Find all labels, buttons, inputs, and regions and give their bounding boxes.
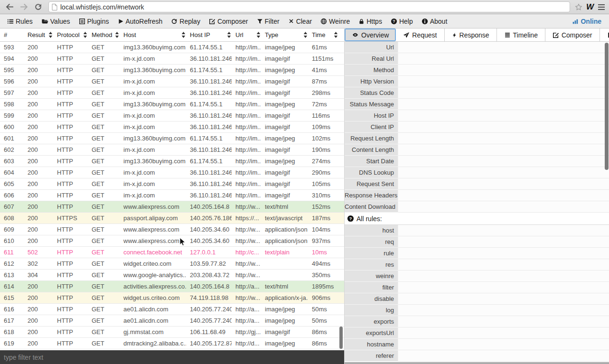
toolbar-item-clear[interactable]: Clear [284,14,316,28]
column-header-type[interactable]: Type [261,28,308,41]
network-row-598[interactable]: 598200HTTPGETimg13.360buyimg.com61.174.5… [0,99,344,110]
network-row-615[interactable]: 615200HTTPGETwidget.us.criteo.com74.119.… [0,292,344,304]
toolbar-item-plugins[interactable]: Plugins [75,14,113,28]
property-row-request-length: Request Length [345,133,609,144]
property-label: Client IP [345,121,398,133]
online-status[interactable]: Online [567,18,606,25]
detail-scrollbar-thumb[interactable] [605,43,609,170]
property-row-url: Url [345,42,609,53]
cell-type: image/jpeg [261,315,308,326]
tab-label: Timeline [513,31,538,39]
whistle-extension-icon[interactable]: W [586,3,594,11]
network-row-600[interactable]: 600200HTTPGETim-x.jd.com36.110.181.246ht… [0,121,344,133]
column-header-time[interactable]: Time [308,28,338,41]
network-row-599[interactable]: 599200HTTPGETim-x.jd.com36.110.181.246ht… [0,110,344,121]
cell-protocol: HTTP [53,247,88,258]
network-scrollbar-thumb[interactable] [339,327,343,349]
cell-type: text/html [261,201,308,212]
column-label: Url [235,31,244,38]
network-row-612[interactable]: 612302HTTPGETwidget.criteo.com103.59.77.… [0,258,344,270]
cell-time: 494ms [308,258,338,269]
toolbar-item-weinre[interactable]: Weinre [316,14,354,28]
cell-result: 200 [24,53,53,64]
column-header-url[interactable]: Url [232,28,261,41]
network-row-606[interactable]: 606200HTTPGETim-x.jd.com36.110.181.246ht… [0,190,344,201]
cell-host: widget.criteo.com [120,258,186,269]
column-header-result[interactable]: Result [24,28,53,41]
column-header-method[interactable]: Method [88,28,120,41]
tab-response[interactable]: Response [445,28,497,41]
network-row-593[interactable]: 593200HTTPGETimg13.360buyimg.com61.174.5… [0,42,344,53]
network-row-597[interactable]: 597200HTTPGETim-x.jd.com36.110.181.246ht… [0,87,344,99]
network-row-618[interactable]: 618200HTTPGETgj.mmstat.com106.11.68.49ht… [0,327,344,338]
cell-method: GET [88,178,120,189]
toolbar-item-https[interactable]: Https [354,14,386,28]
property-label: req [345,236,398,248]
network-row-604[interactable]: 604200HTTPGETim-x.jd.com36.110.181.246ht… [0,167,344,178]
tab-request[interactable]: Request [396,28,444,41]
network-row-616[interactable]: 616200HTTPGETae01.alicdn.com140.205.77.2… [0,304,344,315]
column-label: Type [265,31,278,38]
column-label: Time [312,31,325,38]
cell-method: GET [88,87,120,98]
property-row-status-message: Status Message [345,99,609,110]
network-row-607[interactable]: 607200HTTPGETwww.aliexpress.com140.205.1… [0,201,344,213]
network-row-611[interactable]: 611502HTTPGETconnect.facebook.net127.0.0… [0,247,344,258]
address-bar[interactable] [48,1,570,12]
cell-num: 614 [0,281,24,292]
svg-text:?: ? [393,19,395,24]
column-header-host[interactable]: Host [120,28,186,41]
network-row-610[interactable]: 610200HTTPGETwww.aliexpress.com140.205.3… [0,235,344,247]
toolbar-item-help[interactable]: ?Help [386,14,417,28]
toolbar-item-replay[interactable]: Replay [167,14,205,28]
network-row-594[interactable]: 594200HTTPGETim-x.jd.com36.110.181.246ht… [0,53,344,65]
network-row-613[interactable]: 613304HTTPGETwww.google-analytics...203.… [0,270,344,281]
toolbar-item-filter[interactable]: Filter [253,14,284,28]
tab-composer[interactable]: Composer [545,28,600,41]
tab-timeline[interactable]: Timeline [497,28,545,41]
toolbar-item-composer[interactable]: Composer [205,14,253,28]
toolbar-item-values[interactable]: Values [37,14,75,28]
toolbar-item-about[interactable]: About [417,14,452,28]
network-row-614[interactable]: 614200HTTPGETactivities.aliexpress.co...… [0,281,344,292]
network-row-603[interactable]: 603200HTTPGETimg13.360buyimg.com61.174.5… [0,156,344,167]
network-row-601[interactable]: 601200HTTPGETimg13.360buyimg.com61.174.5… [0,133,344,144]
all-rules-header: ? All rules: [345,213,609,225]
cell-time: 190ms [308,144,338,155]
network-row-619[interactable]: 619200HTTPGETdmtracking2.alibaba.c...140… [0,338,344,349]
back-icon[interactable] [4,1,15,13]
network-row-602[interactable]: 602200HTTPGETim-x.jd.com36.110.181.246ht… [0,144,344,156]
property-label: host [345,225,398,236]
network-row-609[interactable]: 609200HTTPGETwww.aliexpress.com140.205.3… [0,224,344,235]
network-row-605[interactable]: 605200HTTPGETim-x.jd.com36.110.181.246ht… [0,178,344,190]
network-row-608[interactable]: 608200HTTPSGETpassport.alipay.com140.205… [0,213,344,224]
property-label: Status Message [345,99,398,110]
bookmark-star-icon[interactable] [575,3,582,11]
refresh-icon[interactable] [32,1,44,13]
network-filter-input[interactable] [0,354,344,361]
cell-type: image/gif [261,87,308,98]
network-row-595[interactable]: 595200HTTPGETimg13.360buyimg.com61.174.5… [0,65,344,76]
cell-method: GET [88,190,120,201]
network-row-596[interactable]: 596200HTTPGETim-x.jd.com36.110.181.246ht… [0,76,344,87]
cell-host_ip: 74.119.118.98 [186,292,232,303]
replay-icon [171,18,178,25]
filter-bar [0,350,344,364]
column-header-hostip[interactable]: Host IP [186,28,232,41]
cell-result: 200 [24,304,53,315]
cell-num: 596 [0,76,24,87]
menu-icon[interactable] [598,4,605,10]
network-row-617[interactable]: 617200HTTPGETae01.alicdn.com140.205.77.2… [0,315,344,327]
tab-log[interactable]: Log [600,28,609,41]
cell-num: 604 [0,167,24,178]
tab-overview[interactable]: Overview [345,28,396,41]
toolbar-item-rules[interactable]: Rules [3,14,37,28]
property-value [398,259,609,271]
column-header-protocol[interactable]: Protocol [53,28,88,41]
property-value [398,110,609,121]
forward-icon[interactable] [18,1,29,13]
cell-result: 200 [24,121,53,132]
property-row-client-ip: Client IP [345,121,609,133]
url-input[interactable] [60,3,567,11]
toolbar-item-autorefresh[interactable]: AutoRefresh [113,14,167,28]
